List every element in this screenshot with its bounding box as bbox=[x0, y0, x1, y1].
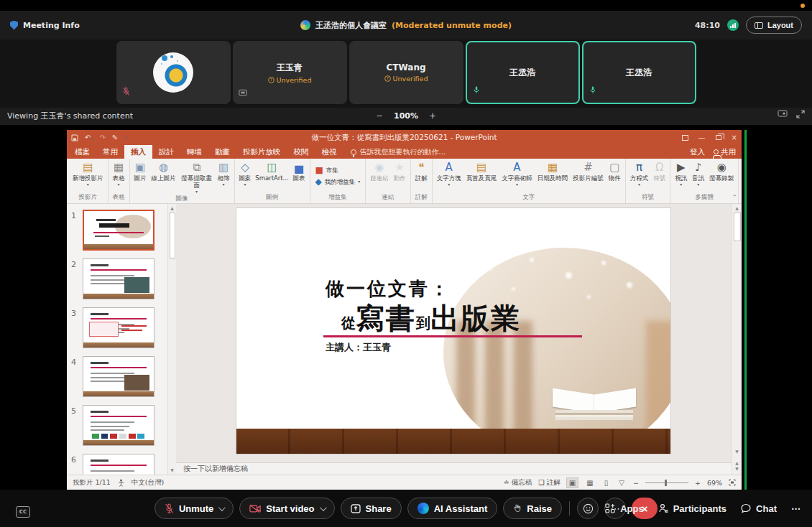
notes-toggle[interactable]: ≐ 備忘稿 bbox=[504, 478, 532, 488]
reactions-button[interactable] bbox=[577, 498, 599, 519]
thumbnail-slide[interactable] bbox=[83, 405, 154, 446]
slide-thumbnail[interactable]: 2 bbox=[71, 258, 166, 299]
thumbnail-slide[interactable] bbox=[83, 210, 154, 251]
apps-button[interactable]: Apps bbox=[605, 503, 644, 514]
previous-slide-button[interactable]: ▲ bbox=[735, 460, 739, 466]
tab-插入[interactable]: 插入 bbox=[124, 145, 152, 159]
slide-thumbnail[interactable]: 4 bbox=[71, 356, 166, 397]
ribbon-btn-new-slide[interactable]: ▤新增投影片▾ bbox=[70, 160, 106, 192]
ribbon-btn-online-picture[interactable]: ◍線上圖片 bbox=[149, 160, 178, 194]
comments-toggle[interactable]: ❑ 註解 bbox=[538, 478, 560, 488]
ribbon-btn-action[interactable]: ★動作 bbox=[392, 160, 408, 192]
ribbon-btn-audio[interactable]: ♪音訊▾ bbox=[690, 160, 706, 192]
ribbon-btn-smartart[interactable]: ◫SmartArt... bbox=[254, 160, 290, 192]
thumbnail-slide[interactable] bbox=[83, 258, 154, 299]
share-button[interactable]: Share bbox=[341, 498, 402, 519]
participants-button[interactable]: Participants bbox=[658, 503, 726, 514]
tab-校閱[interactable]: 校閱 bbox=[287, 145, 315, 159]
ribbon-btn-screen-record[interactable]: ◉螢幕錄製 bbox=[707, 160, 736, 192]
start-video-button[interactable]: Start video bbox=[239, 498, 334, 519]
share-ribbon-button[interactable]: 共用 bbox=[714, 147, 736, 157]
layout-button[interactable]: Layout bbox=[746, 17, 802, 34]
thumbnail-slide[interactable] bbox=[83, 356, 154, 397]
closed-captions-button[interactable]: CC bbox=[16, 506, 30, 518]
ribbon-btn-picture[interactable]: ▣圖片 bbox=[132, 160, 149, 194]
ribbon-btn-store[interactable]: ■市集 bbox=[313, 166, 364, 176]
slideshow-icon[interactable]: ▽ bbox=[617, 478, 627, 488]
unmute-button[interactable]: Unmute bbox=[154, 498, 234, 519]
ribbon-display-options-icon[interactable] bbox=[682, 135, 688, 141]
ribbon-btn-header-footer[interactable]: ▤頁首及頁尾 bbox=[464, 160, 499, 192]
tab-檢視[interactable]: 檢視 bbox=[315, 145, 343, 159]
participant-tile[interactable]: 王丞浩 bbox=[582, 41, 696, 104]
ribbon-btn-slide-number[interactable]: #投影片編號 bbox=[571, 160, 606, 192]
redo-icon[interactable]: ↷ bbox=[99, 134, 105, 141]
undo-icon[interactable]: ↶▾ bbox=[85, 134, 93, 141]
fit-to-window-icon[interactable] bbox=[729, 479, 736, 486]
reading-view-icon[interactable]: ▯ bbox=[602, 478, 611, 488]
tab-檔案[interactable]: 檔案 bbox=[68, 145, 96, 159]
slide-sorter-icon[interactable]: ▦ bbox=[584, 478, 595, 488]
zoom-in-ppt-icon[interactable]: + bbox=[695, 479, 701, 487]
ribbon-btn-chart[interactable]: ▅圖表 bbox=[291, 160, 308, 192]
slide-thumbnail[interactable]: 6 bbox=[71, 454, 166, 475]
tell-me-box[interactable]: 告訴我您想要執行的動作... bbox=[351, 147, 446, 157]
restore-icon[interactable] bbox=[716, 135, 721, 140]
tab-動畫[interactable]: 動畫 bbox=[208, 145, 236, 159]
thumbnail-scrollbar[interactable]: ▲▼ bbox=[167, 204, 176, 475]
participant-tile[interactable]: 王丞浩 bbox=[466, 41, 580, 104]
participant-tile[interactable] bbox=[116, 41, 231, 104]
zoom-in-button[interactable]: + bbox=[430, 109, 435, 122]
chevron-down-icon[interactable] bbox=[319, 504, 326, 511]
ribbon-btn-my-addins[interactable]: ◆我的增益集▾ bbox=[313, 177, 364, 187]
display-icon[interactable] bbox=[778, 110, 788, 118]
ribbon-btn-equation[interactable]: π方程式▾ bbox=[628, 160, 651, 192]
thumbnail-slide[interactable] bbox=[83, 307, 154, 348]
tab-設計[interactable]: 設計 bbox=[152, 145, 180, 159]
chevron-down-icon[interactable] bbox=[218, 504, 226, 511]
sign-in-button[interactable]: 登入 bbox=[690, 147, 705, 157]
slide-thumbnail[interactable]: 3 bbox=[71, 307, 166, 348]
notes-pane[interactable]: 按一下以新增備忘稿 bbox=[176, 462, 732, 475]
minimize-icon[interactable]: — bbox=[698, 134, 706, 141]
ai-assistant-button[interactable]: AI Assistant bbox=[407, 498, 498, 519]
zoom-out-ppt-icon[interactable]: − bbox=[633, 479, 639, 487]
slide-thumbnail[interactable]: 1 bbox=[71, 210, 166, 251]
next-slide-button[interactable]: ▼ bbox=[735, 466, 739, 472]
slide-scrollbar[interactable]: ▲▼ ▲ ▼ bbox=[732, 204, 742, 475]
ribbon-btn-photo-album[interactable]: ▥相簿▾ bbox=[216, 160, 232, 194]
close-icon[interactable]: × bbox=[732, 134, 737, 141]
raise-hand-button[interactable]: Raise bbox=[503, 498, 562, 519]
ribbon-btn-hyperlink[interactable]: ◉超連結 bbox=[368, 160, 391, 192]
normal-view-icon[interactable]: ▣ bbox=[567, 478, 578, 488]
collapse-ribbon-icon[interactable]: ⌃ bbox=[732, 194, 737, 201]
tab-投影片放映[interactable]: 投影片放映 bbox=[236, 145, 287, 159]
zoom-slider[interactable] bbox=[645, 482, 688, 483]
ribbon-btn-textbox[interactable]: A文字方塊▾ bbox=[435, 160, 463, 192]
save-icon[interactable] bbox=[71, 134, 78, 141]
thumbnail-slide[interactable] bbox=[83, 454, 154, 475]
accessibility-icon[interactable] bbox=[118, 479, 124, 487]
zoom-out-button[interactable]: − bbox=[377, 109, 382, 122]
tab-轉場[interactable]: 轉場 bbox=[180, 145, 208, 159]
touch-mode-icon[interactable]: ✎ bbox=[112, 134, 118, 141]
ribbon-btn-screenshot[interactable]: ⧉螢幕擷取畫面▾ bbox=[179, 160, 215, 194]
ribbon-btn-date-time[interactable]: ▦日期及時間 bbox=[535, 160, 571, 192]
qat-customize-icon[interactable]: ▾ bbox=[124, 135, 126, 140]
slide-thumbnail[interactable]: 5 bbox=[71, 405, 166, 446]
participant-tile[interactable]: CTWang? Unverified bbox=[349, 41, 463, 104]
expand-icon[interactable] bbox=[796, 110, 805, 118]
tab-常用[interactable]: 常用 bbox=[96, 145, 124, 159]
connection-quality-icon[interactable] bbox=[727, 19, 739, 31]
ribbon-btn-symbol[interactable]: Ω符號 bbox=[651, 160, 668, 192]
meeting-info-button[interactable]: Meeting Info bbox=[10, 21, 80, 30]
ribbon-btn-object[interactable]: ▢物件 bbox=[606, 160, 623, 192]
ribbon-btn-wordart[interactable]: A文字藝術師▾ bbox=[499, 160, 535, 192]
language-indicator[interactable]: 中文(台灣) bbox=[132, 478, 164, 488]
ribbon-btn-table[interactable]: ▦表格▾ bbox=[111, 160, 127, 192]
participant-tile[interactable]: 王玉青? Unverified bbox=[233, 41, 347, 104]
chat-button[interactable]: Chat bbox=[741, 503, 777, 514]
ribbon-btn-comment[interactable]: ❝註解 bbox=[413, 160, 430, 192]
ribbon-btn-video[interactable]: ▶視訊▾ bbox=[673, 160, 689, 192]
toolbar-overflow-button[interactable]: ⋯ bbox=[791, 503, 801, 514]
